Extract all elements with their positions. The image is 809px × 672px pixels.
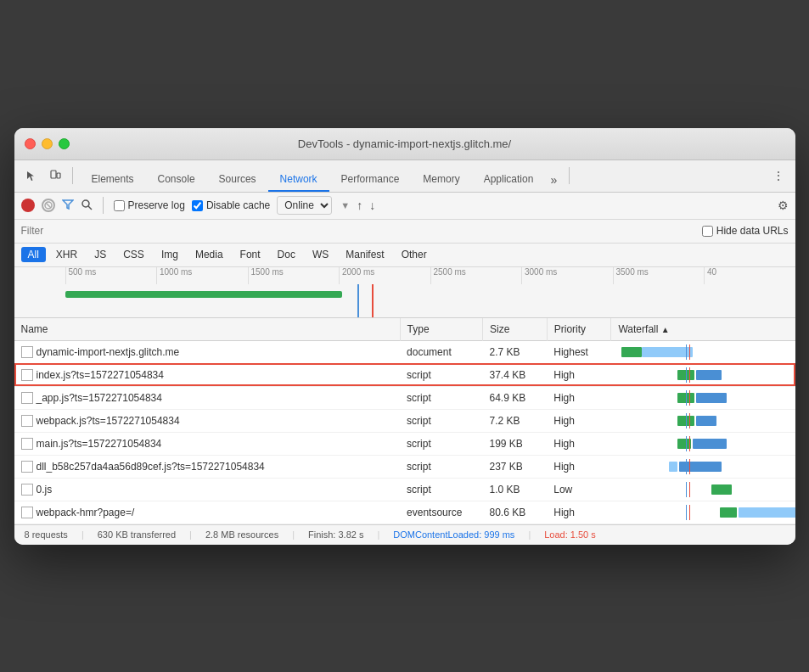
cell-type: script bbox=[400, 363, 482, 386]
tab-memory[interactable]: Memory bbox=[411, 168, 471, 192]
cell-type: script bbox=[400, 478, 482, 501]
preserve-log-checkbox[interactable] bbox=[114, 200, 125, 211]
col-header-priority[interactable]: Priority bbox=[547, 318, 611, 341]
waterfall-bars bbox=[618, 413, 789, 428]
filter-icon[interactable] bbox=[62, 199, 74, 213]
cell-name: webpack-hmr?page=/ bbox=[14, 501, 401, 524]
window-title: DevTools - dynamic-import-nextjs.glitch.… bbox=[298, 137, 511, 150]
svg-rect-1 bbox=[57, 173, 60, 178]
timeline-domloaded-line bbox=[357, 284, 359, 317]
table-row[interactable]: dynamic-import-nextjs.glitch.medocument2… bbox=[14, 340, 795, 363]
toolbar-divider-1 bbox=[72, 167, 73, 184]
filter-type-other[interactable]: Other bbox=[395, 247, 434, 262]
ruler-2500ms: 2500 ms bbox=[430, 267, 522, 284]
ruler-marks: 500 ms 1000 ms 1500 ms 2000 ms 2500 ms 3… bbox=[65, 267, 795, 284]
throttle-select[interactable]: Online bbox=[277, 196, 332, 215]
filter-type-js[interactable]: JS bbox=[87, 247, 113, 262]
preserve-log-label[interactable]: Preserve log bbox=[114, 199, 185, 211]
cell-waterfall bbox=[611, 478, 795, 501]
record-button[interactable] bbox=[21, 199, 35, 212]
requests-count: 8 requests bbox=[25, 529, 68, 540]
table-row[interactable]: _app.js?ts=1572271054834script64.9 KBHig… bbox=[14, 386, 795, 409]
col-header-type[interactable]: Type bbox=[400, 318, 482, 341]
file-icon bbox=[21, 392, 33, 404]
svg-rect-0 bbox=[51, 171, 56, 178]
file-icon bbox=[21, 438, 33, 450]
more-options-icon[interactable]: ⋮ bbox=[768, 165, 789, 186]
ruler-2000ms: 2000 ms bbox=[339, 267, 430, 284]
filter-type-all[interactable]: All bbox=[21, 247, 46, 262]
finish-time: Finish: 3.82 s bbox=[308, 529, 363, 540]
cell-waterfall bbox=[611, 340, 795, 363]
cell-priority: High bbox=[547, 409, 611, 432]
waterfall-load-line bbox=[689, 459, 690, 474]
table-row[interactable]: dll_b58c257da4aa56d89cef.js?ts=157227105… bbox=[14, 455, 795, 478]
filename: webpack-hmr?page=/ bbox=[37, 507, 135, 518]
filename: dynamic-import-nextjs.glitch.me bbox=[37, 346, 180, 358]
table-row[interactable]: webpack-hmr?page=/eventsource80.6 KBHigh bbox=[14, 501, 795, 524]
table-row[interactable]: 0.jsscript1.0 KBLow bbox=[14, 478, 795, 501]
filter-type-manifest[interactable]: Manifest bbox=[339, 247, 390, 262]
tab-console[interactable]: Console bbox=[146, 168, 207, 192]
svg-line-5 bbox=[88, 206, 92, 210]
cell-size: 37.4 KB bbox=[482, 363, 547, 386]
cell-name: main.js?ts=1572271054834 bbox=[14, 432, 401, 455]
cell-size: 80.6 KB bbox=[482, 501, 547, 524]
upload-icon[interactable]: ↑ bbox=[357, 199, 362, 212]
cell-size: 1.0 KB bbox=[482, 478, 547, 501]
filter-type-css[interactable]: CSS bbox=[116, 247, 151, 262]
hide-data-urls-label[interactable]: Hide data URLs bbox=[702, 225, 789, 237]
tab-network[interactable]: Network bbox=[268, 168, 329, 192]
filter-type-doc[interactable]: Doc bbox=[271, 247, 302, 262]
cell-waterfall bbox=[611, 409, 795, 432]
col-header-waterfall[interactable]: Waterfall ▲ bbox=[611, 318, 795, 341]
cell-size: 7.2 KB bbox=[482, 409, 547, 432]
network-table-container[interactable]: Name Type Size Priority Waterfall ▲ dyna… bbox=[14, 318, 795, 524]
filter-type-img[interactable]: Img bbox=[154, 247, 185, 262]
filter-input[interactable] bbox=[21, 225, 695, 237]
filter-type-xhr[interactable]: XHR bbox=[49, 247, 84, 262]
waterfall-domloaded-line bbox=[686, 459, 687, 474]
tab-application[interactable]: Application bbox=[472, 168, 546, 192]
statusbar: 8 requests | 630 KB transferred | 2.8 MB… bbox=[14, 524, 795, 545]
file-icon bbox=[21, 461, 33, 473]
disable-cache-text: Disable cache bbox=[206, 199, 270, 211]
cell-waterfall bbox=[611, 386, 795, 409]
waterfall-bar bbox=[720, 507, 737, 518]
close-button[interactable] bbox=[25, 138, 36, 149]
cell-type: eventsource bbox=[400, 501, 482, 524]
disable-cache-label[interactable]: Disable cache bbox=[192, 199, 270, 211]
stop-button[interactable] bbox=[42, 199, 55, 212]
tab-performance[interactable]: Performance bbox=[329, 168, 412, 192]
waterfall-bars bbox=[618, 367, 789, 383]
tab-elements[interactable]: Elements bbox=[80, 168, 146, 192]
col-header-name[interactable]: Name bbox=[14, 318, 401, 341]
table-row[interactable]: main.js?ts=1572271054834script199 KBHigh bbox=[14, 432, 795, 455]
device-tool-icon[interactable] bbox=[45, 165, 65, 186]
waterfall-domloaded-line bbox=[686, 390, 687, 406]
svg-line-3 bbox=[46, 203, 51, 208]
disable-cache-checkbox[interactable] bbox=[192, 200, 203, 211]
tab-more[interactable]: » bbox=[545, 170, 562, 192]
minimize-button[interactable] bbox=[42, 138, 53, 149]
hide-data-urls-checkbox[interactable] bbox=[702, 226, 713, 237]
col-header-size[interactable]: Size bbox=[482, 318, 547, 341]
table-row[interactable]: index.js?ts=1572271054834script37.4 KBHi… bbox=[14, 363, 795, 386]
filename: index.js?ts=1572271054834 bbox=[37, 369, 164, 381]
filter-type-ws[interactable]: WS bbox=[306, 247, 335, 262]
waterfall-domloaded-line bbox=[686, 344, 687, 360]
cursor-tool-icon[interactable] bbox=[21, 165, 42, 186]
maximize-button[interactable] bbox=[59, 138, 70, 149]
filter-type-media[interactable]: Media bbox=[188, 247, 230, 262]
settings-gear-icon[interactable]: ⚙ bbox=[778, 199, 789, 212]
waterfall-domloaded-line bbox=[686, 367, 687, 383]
cell-size: 199 KB bbox=[482, 432, 547, 455]
filter-type-font[interactable]: Font bbox=[233, 247, 267, 262]
tab-sources[interactable]: Sources bbox=[207, 168, 268, 192]
table-body: dynamic-import-nextjs.glitch.medocument2… bbox=[14, 340, 795, 524]
hide-data-urls-text: Hide data URLs bbox=[716, 225, 789, 237]
table-row[interactable]: webpack.js?ts=1572271054834script7.2 KBH… bbox=[14, 409, 795, 432]
throttle-dropdown-icon[interactable]: ▼ bbox=[340, 200, 350, 210]
download-icon[interactable]: ↓ bbox=[369, 199, 375, 212]
search-icon[interactable] bbox=[81, 199, 93, 213]
